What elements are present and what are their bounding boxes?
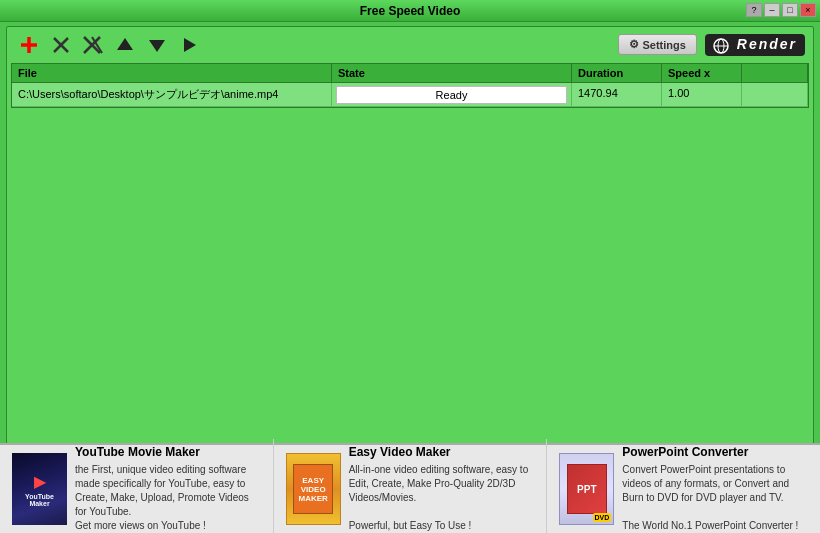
ad-title-easy: Easy Video Maker [349,445,535,459]
ad-ppt: PPT DVD PowerPoint Converter Convert Pow… [547,439,820,533]
clear-button[interactable] [79,31,107,59]
file-list: File State Duration Speed x C:\Users\sof… [11,63,809,108]
gear-icon: ⚙ [629,38,639,51]
settings-label: Settings [642,39,685,51]
svg-marker-8 [149,40,165,52]
add-file-button[interactable] [15,31,43,59]
ad-desc-youtube: the First, unique video editing software… [75,463,261,533]
col-duration: Duration [572,64,662,82]
header-right: ⚙ Settings Render [618,34,805,55]
cell-state: Ready [336,86,567,104]
file-list-header: File State Duration Speed x [12,64,808,83]
ad-desc-ppt: Convert PowerPoint presentations to vide… [622,463,808,533]
ad-thumb-easy[interactable]: EASYVIDEOMAKER [286,453,341,525]
maximize-button[interactable]: □ [782,3,798,17]
main-area: ⚙ Settings Render File State Duration Sp [6,26,814,456]
ad-title-ppt: PowerPoint Converter [622,445,808,459]
ad-thumb-ppt[interactable]: PPT DVD [559,453,614,525]
window-controls[interactable]: ? – □ × [746,3,816,17]
move-down-button[interactable] [143,31,171,59]
app-title: Free Speed Video [360,4,460,18]
render-button[interactable]: Render [705,34,805,55]
col-extra [742,64,808,82]
cell-state-wrapper: Ready [332,83,572,106]
cell-extra [742,83,808,106]
col-file: File [12,64,332,82]
header-row: ⚙ Settings Render [7,27,813,63]
render-icon [713,36,737,52]
help-button[interactable]: ? [746,3,762,17]
cell-speed: 1.00 [662,83,742,106]
ad-desc-easy: All-in-one video editing software, easy … [349,463,535,533]
render-label: Render [737,36,797,52]
ad-thumb-youtube[interactable]: ▶ YouTubeMaker [12,453,67,525]
ad-text-ppt: PowerPoint Converter Convert PowerPoint … [622,445,808,533]
cell-duration: 1470.94 [572,83,662,106]
minimize-button[interactable]: – [764,3,780,17]
table-row[interactable]: C:\Users\softaro\Desktop\サンプルビデオ\anime.m… [12,83,808,107]
ad-title-youtube: YouTube Movie Maker [75,445,261,459]
ad-text-youtube: YouTube Movie Maker the First, unique vi… [75,445,261,533]
svg-marker-9 [184,38,196,52]
toolbar [15,31,203,59]
ad-text-easy: Easy Video Maker All-in-one video editin… [349,445,535,533]
title-bar: Free Speed Video ? – □ × [0,0,820,22]
svg-marker-7 [117,38,133,50]
ad-easy: EASYVIDEOMAKER Easy Video Maker All-in-o… [274,439,548,533]
ad-youtube: ▶ YouTubeMaker YouTube Movie Maker the F… [0,439,274,533]
col-speed: Speed x [662,64,742,82]
col-state: State [332,64,572,82]
file-list-body: C:\Users\softaro\Desktop\サンプルビデオ\anime.m… [12,83,808,107]
remove-file-button[interactable] [47,31,75,59]
settings-button[interactable]: ⚙ Settings [618,34,696,55]
close-button[interactable]: × [800,3,816,17]
cell-file: C:\Users\softaro\Desktop\サンプルビデオ\anime.m… [12,83,332,106]
bottom-panel: ▶ YouTubeMaker YouTube Movie Maker the F… [0,443,820,533]
move-up-button[interactable] [111,31,139,59]
play-button[interactable] [175,31,203,59]
